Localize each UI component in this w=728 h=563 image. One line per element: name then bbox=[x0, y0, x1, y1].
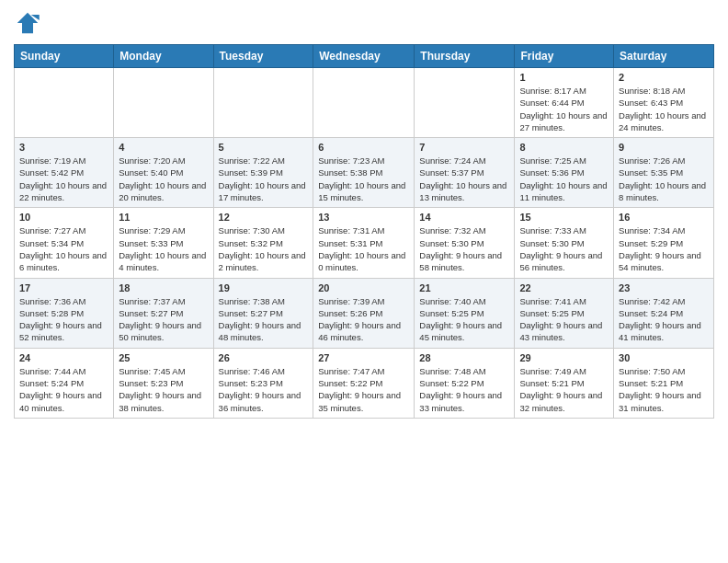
day-number: 21 bbox=[419, 282, 509, 293]
day-number: 4 bbox=[119, 142, 208, 153]
calendar-cell: 23Sunrise: 7:42 AMSunset: 5:24 PMDayligh… bbox=[614, 278, 714, 348]
calendar-week-row: 3Sunrise: 7:19 AMSunset: 5:42 PMDaylight… bbox=[15, 138, 714, 208]
day-number: 1 bbox=[519, 72, 609, 83]
day-number: 9 bbox=[619, 142, 709, 153]
calendar-cell bbox=[313, 68, 415, 138]
day-number: 30 bbox=[619, 352, 709, 363]
calendar-cell: 17Sunrise: 7:36 AMSunset: 5:28 PMDayligh… bbox=[15, 278, 114, 348]
calendar-cell: 19Sunrise: 7:38 AMSunset: 5:27 PMDayligh… bbox=[213, 278, 313, 348]
calendar-cell bbox=[15, 68, 114, 138]
day-number: 18 bbox=[119, 282, 208, 293]
calendar-cell: 10Sunrise: 7:27 AMSunset: 5:34 PMDayligh… bbox=[15, 208, 114, 278]
day-of-week-header: Thursday bbox=[415, 45, 515, 68]
day-of-week-header: Saturday bbox=[614, 45, 714, 68]
calendar-cell: 6Sunrise: 7:23 AMSunset: 5:38 PMDaylight… bbox=[313, 138, 415, 208]
day-info: Sunrise: 7:25 AMSunset: 5:36 PMDaylight:… bbox=[519, 155, 609, 203]
calendar-cell: 13Sunrise: 7:31 AMSunset: 5:31 PMDayligh… bbox=[313, 208, 415, 278]
day-info: Sunrise: 7:39 AMSunset: 5:26 PMDaylight:… bbox=[318, 295, 409, 344]
day-info: Sunrise: 7:34 AMSunset: 5:29 PMDaylight:… bbox=[619, 224, 709, 273]
day-number: 11 bbox=[119, 212, 208, 223]
day-info: Sunrise: 7:47 AMSunset: 5:22 PMDaylight:… bbox=[318, 365, 409, 414]
day-of-week-header: Wednesday bbox=[313, 45, 415, 68]
day-info: Sunrise: 7:29 AMSunset: 5:33 PMDaylight:… bbox=[119, 224, 208, 273]
day-info: Sunrise: 7:33 AMSunset: 5:30 PMDaylight:… bbox=[519, 224, 609, 273]
day-info: Sunrise: 8:17 AMSunset: 6:44 PMDaylight:… bbox=[519, 85, 609, 133]
day-of-week-header: Tuesday bbox=[213, 45, 313, 68]
day-number: 8 bbox=[519, 142, 609, 153]
day-number: 26 bbox=[219, 352, 309, 363]
logo bbox=[14, 9, 45, 37]
calendar: SundayMondayTuesdayWednesdayThursdayFrid… bbox=[14, 44, 714, 419]
calendar-cell: 3Sunrise: 7:19 AMSunset: 5:42 PMDaylight… bbox=[15, 138, 114, 208]
day-number: 19 bbox=[219, 282, 309, 293]
logo-icon bbox=[14, 9, 41, 37]
day-of-week-header: Monday bbox=[114, 45, 213, 68]
calendar-cell: 5Sunrise: 7:22 AMSunset: 5:39 PMDaylight… bbox=[213, 138, 313, 208]
page: SundayMondayTuesdayWednesdayThursdayFrid… bbox=[0, 0, 728, 428]
day-info: Sunrise: 7:38 AMSunset: 5:27 PMDaylight:… bbox=[219, 295, 309, 344]
calendar-cell: 30Sunrise: 7:50 AMSunset: 5:21 PMDayligh… bbox=[614, 348, 714, 418]
day-number: 29 bbox=[519, 352, 609, 363]
calendar-week-row: 10Sunrise: 7:27 AMSunset: 5:34 PMDayligh… bbox=[15, 208, 714, 278]
day-number: 28 bbox=[419, 352, 509, 363]
header-row: SundayMondayTuesdayWednesdayThursdayFrid… bbox=[15, 45, 714, 68]
day-number: 6 bbox=[318, 142, 409, 153]
calendar-cell: 24Sunrise: 7:44 AMSunset: 5:24 PMDayligh… bbox=[15, 348, 114, 418]
calendar-cell: 20Sunrise: 7:39 AMSunset: 5:26 PMDayligh… bbox=[313, 278, 415, 348]
calendar-week-row: 1Sunrise: 8:17 AMSunset: 6:44 PMDaylight… bbox=[15, 68, 714, 138]
day-number: 24 bbox=[19, 352, 108, 363]
calendar-week-row: 17Sunrise: 7:36 AMSunset: 5:28 PMDayligh… bbox=[15, 278, 714, 348]
day-info: Sunrise: 7:48 AMSunset: 5:22 PMDaylight:… bbox=[419, 365, 509, 414]
calendar-cell: 27Sunrise: 7:47 AMSunset: 5:22 PMDayligh… bbox=[313, 348, 415, 418]
day-info: Sunrise: 7:26 AMSunset: 5:35 PMDaylight:… bbox=[619, 155, 709, 203]
day-info: Sunrise: 7:49 AMSunset: 5:21 PMDaylight:… bbox=[519, 365, 609, 414]
calendar-week-row: 24Sunrise: 7:44 AMSunset: 5:24 PMDayligh… bbox=[15, 348, 714, 418]
calendar-cell: 18Sunrise: 7:37 AMSunset: 5:27 PMDayligh… bbox=[114, 278, 213, 348]
day-number: 3 bbox=[19, 142, 108, 153]
calendar-cell bbox=[114, 68, 213, 138]
day-info: Sunrise: 7:37 AMSunset: 5:27 PMDaylight:… bbox=[119, 295, 208, 344]
day-info: Sunrise: 7:42 AMSunset: 5:24 PMDaylight:… bbox=[619, 295, 709, 344]
day-info: Sunrise: 7:41 AMSunset: 5:25 PMDaylight:… bbox=[519, 295, 609, 344]
day-number: 10 bbox=[19, 212, 108, 223]
day-of-week-header: Friday bbox=[515, 45, 614, 68]
day-info: Sunrise: 7:50 AMSunset: 5:21 PMDaylight:… bbox=[619, 365, 709, 414]
calendar-cell: 11Sunrise: 7:29 AMSunset: 5:33 PMDayligh… bbox=[114, 208, 213, 278]
calendar-cell: 28Sunrise: 7:48 AMSunset: 5:22 PMDayligh… bbox=[415, 348, 515, 418]
calendar-cell: 25Sunrise: 7:45 AMSunset: 5:23 PMDayligh… bbox=[114, 348, 213, 418]
day-number: 2 bbox=[619, 72, 709, 83]
calendar-cell: 2Sunrise: 8:18 AMSunset: 6:43 PMDaylight… bbox=[614, 68, 714, 138]
day-number: 14 bbox=[419, 212, 509, 223]
day-number: 27 bbox=[318, 352, 409, 363]
day-number: 16 bbox=[619, 212, 709, 223]
day-info: Sunrise: 7:19 AMSunset: 5:42 PMDaylight:… bbox=[19, 155, 108, 203]
day-info: Sunrise: 7:30 AMSunset: 5:32 PMDaylight:… bbox=[219, 224, 309, 273]
day-info: Sunrise: 7:44 AMSunset: 5:24 PMDaylight:… bbox=[19, 365, 108, 414]
day-number: 20 bbox=[318, 282, 409, 293]
calendar-cell: 22Sunrise: 7:41 AMSunset: 5:25 PMDayligh… bbox=[515, 278, 614, 348]
day-info: Sunrise: 7:27 AMSunset: 5:34 PMDaylight:… bbox=[19, 224, 108, 273]
calendar-cell: 4Sunrise: 7:20 AMSunset: 5:40 PMDaylight… bbox=[114, 138, 213, 208]
day-number: 13 bbox=[318, 212, 409, 223]
day-of-week-header: Sunday bbox=[15, 45, 114, 68]
day-number: 25 bbox=[119, 352, 208, 363]
calendar-body: 1Sunrise: 8:17 AMSunset: 6:44 PMDaylight… bbox=[15, 68, 714, 419]
calendar-cell: 9Sunrise: 7:26 AMSunset: 5:35 PMDaylight… bbox=[614, 138, 714, 208]
calendar-cell: 8Sunrise: 7:25 AMSunset: 5:36 PMDaylight… bbox=[515, 138, 614, 208]
calendar-cell: 14Sunrise: 7:32 AMSunset: 5:30 PMDayligh… bbox=[415, 208, 515, 278]
day-info: Sunrise: 8:18 AMSunset: 6:43 PMDaylight:… bbox=[619, 85, 709, 133]
day-info: Sunrise: 7:46 AMSunset: 5:23 PMDaylight:… bbox=[219, 365, 309, 414]
day-number: 5 bbox=[219, 142, 309, 153]
calendar-cell bbox=[213, 68, 313, 138]
calendar-cell: 29Sunrise: 7:49 AMSunset: 5:21 PMDayligh… bbox=[515, 348, 614, 418]
calendar-cell: 12Sunrise: 7:30 AMSunset: 5:32 PMDayligh… bbox=[213, 208, 313, 278]
calendar-cell: 15Sunrise: 7:33 AMSunset: 5:30 PMDayligh… bbox=[515, 208, 614, 278]
day-info: Sunrise: 7:36 AMSunset: 5:28 PMDaylight:… bbox=[19, 295, 108, 344]
header bbox=[14, 9, 714, 37]
calendar-cell: 21Sunrise: 7:40 AMSunset: 5:25 PMDayligh… bbox=[415, 278, 515, 348]
day-number: 23 bbox=[619, 282, 709, 293]
day-info: Sunrise: 7:20 AMSunset: 5:40 PMDaylight:… bbox=[119, 155, 208, 203]
day-info: Sunrise: 7:22 AMSunset: 5:39 PMDaylight:… bbox=[219, 155, 309, 203]
day-number: 15 bbox=[519, 212, 609, 223]
day-number: 17 bbox=[19, 282, 108, 293]
